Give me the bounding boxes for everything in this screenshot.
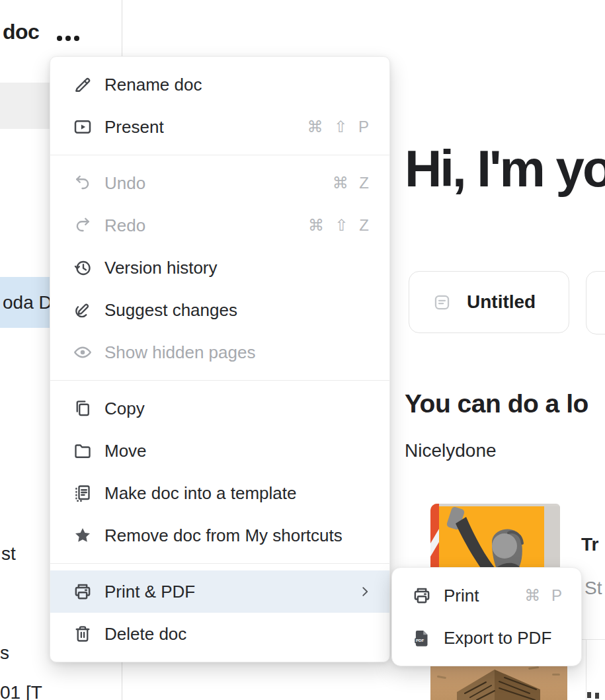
eye-icon <box>73 342 93 362</box>
doc-title: doc <box>3 20 39 44</box>
trash-icon <box>73 624 93 644</box>
history-icon <box>73 258 93 278</box>
pdf-file-icon: PDF <box>412 628 432 648</box>
menu-item-present[interactable]: Present ⌘ ⇧ P <box>50 106 389 148</box>
pencil-icon <box>73 75 93 95</box>
menu-item-label: Export to PDF <box>444 628 551 648</box>
menu-item-print-pdf[interactable]: Print & PDF <box>50 570 389 613</box>
template-card-title: Untitled <box>467 292 536 313</box>
doc-more-button[interactable] <box>57 33 83 44</box>
doc-context-menu: Rename doc Present ⌘ ⇧ P Undo ⌘ Z <box>50 56 390 662</box>
sidebar-item[interactable]: st <box>1 543 16 564</box>
template-icon <box>73 483 93 503</box>
menu-item-show-hidden-pages: Show hidden pages <box>50 331 389 373</box>
menu-item-label: Undo <box>104 173 145 194</box>
menu-separator <box>50 155 389 155</box>
redo-icon <box>73 215 93 235</box>
menu-item-copy[interactable]: Copy <box>50 387 389 430</box>
sidebar-item[interactable]: s <box>0 642 9 664</box>
keyboard-shortcut: ⌘ ⇧ P <box>307 118 372 136</box>
menu-item-label: Present <box>104 117 164 137</box>
sidebar-item-label: oda D <box>0 292 52 313</box>
menu-item-remove-shortcut[interactable]: Remove doc from My shortcuts <box>50 514 389 557</box>
menu-item-label: Redo <box>104 215 145 236</box>
menu-item-label: Print & PDF <box>104 582 195 602</box>
menu-item-label: Delete doc <box>104 624 186 644</box>
gallery-item-subtitle: St <box>585 578 602 599</box>
menu-item-label: Copy <box>104 399 145 419</box>
menu-item-label: Version history <box>104 258 218 278</box>
section-heading: You can do a lo <box>405 389 588 418</box>
keyboard-shortcut: ⌘ P <box>524 586 565 605</box>
menu-item-label: Remove doc from My shortcuts <box>104 525 343 546</box>
menu-item-label: Make doc into a template <box>104 483 297 504</box>
undo-icon <box>73 173 93 193</box>
ellipsis-icon <box>57 36 62 41</box>
template-card-untitled[interactable]: Untitled <box>409 271 569 333</box>
chevron-right-icon <box>358 584 372 599</box>
menu-separator <box>50 563 389 564</box>
menu-item-label: Suggest changes <box>104 300 237 321</box>
menu-item-version-history[interactable]: Version history <box>50 247 389 289</box>
submenu-item-export-pdf[interactable]: PDF Export to PDF <box>392 617 581 659</box>
menu-item-undo: Undo ⌘ Z <box>50 162 389 204</box>
page-icon <box>433 293 451 311</box>
menu-item-delete-doc[interactable]: Delete doc <box>50 613 389 655</box>
menu-item-rename-doc[interactable]: Rename doc <box>50 63 389 106</box>
menu-item-label: Rename doc <box>104 75 202 95</box>
gallery-item-title: Tr <box>581 534 598 555</box>
column-divider <box>586 640 586 700</box>
present-icon <box>73 117 93 137</box>
copy-icon <box>73 399 93 418</box>
print-pdf-submenu: Print ⌘ P PDF Export to PDF <box>391 567 582 666</box>
body-text: Nicelydone <box>405 440 497 461</box>
menu-item-move[interactable]: Move <box>50 430 389 472</box>
clipped-text-fragment <box>587 692 591 698</box>
folder-icon <box>73 441 93 461</box>
menu-item-make-template[interactable]: Make doc into a template <box>50 472 389 514</box>
menu-item-label: Move <box>104 441 147 461</box>
gallery-thumbnail-building[interactable] <box>430 663 567 700</box>
menu-item-label: Print <box>444 586 479 606</box>
keyboard-shortcut: ⌘ ⇧ Z <box>308 216 372 235</box>
keyboard-shortcut: ⌘ Z <box>333 174 372 192</box>
printer-icon <box>73 582 93 602</box>
menu-item-redo: Redo ⌘ ⇧ Z <box>50 204 389 247</box>
svg-text:PDF: PDF <box>416 638 424 642</box>
menu-separator <box>50 380 389 381</box>
printer-icon <box>412 586 432 605</box>
template-card-partial[interactable] <box>586 271 605 334</box>
page-title: Hi, I'm yo <box>405 139 605 199</box>
menu-item-suggest-changes[interactable]: Suggest changes <box>50 289 389 331</box>
star-icon <box>73 525 93 545</box>
submenu-item-print[interactable]: Print ⌘ P <box>392 574 581 617</box>
sidebar-item[interactable]: 01 [T <box>0 682 42 700</box>
suggest-icon <box>73 300 93 320</box>
menu-item-label: Show hidden pages <box>104 342 255 363</box>
